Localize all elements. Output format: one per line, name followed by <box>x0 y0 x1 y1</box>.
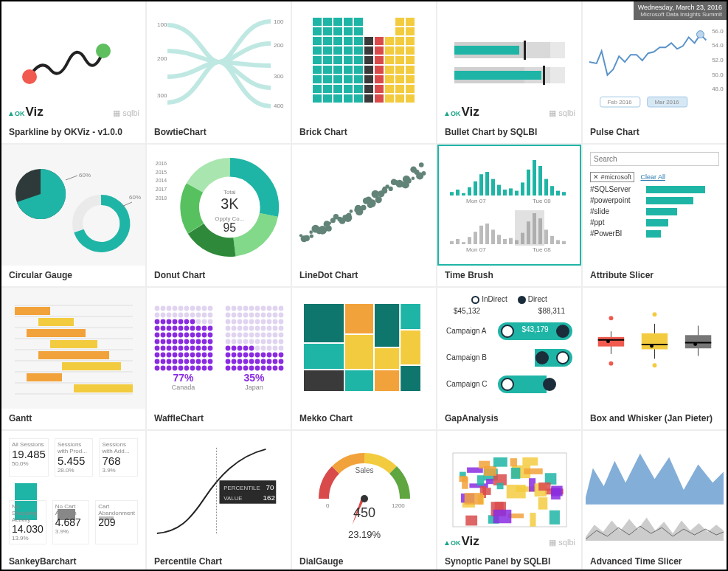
svg-rect-199 <box>556 191 560 195</box>
card-advtime[interactable]: Advanced Time Slicer <box>583 431 727 571</box>
sqlbi-logo: ▦ sqlbi <box>549 108 575 118</box>
svg-rect-219 <box>544 229 548 244</box>
svg-rect-34 <box>323 46 332 55</box>
svg-point-343 <box>225 306 230 311</box>
svg-point-156 <box>361 205 366 210</box>
svg-rect-190 <box>503 190 507 195</box>
svg-rect-28 <box>364 37 373 45</box>
svg-point-369 <box>260 319 266 325</box>
sqlbi-logo: ▦ sqlbi <box>113 108 139 118</box>
slicer-row[interactable]: #slide <box>590 207 719 215</box>
svg-point-263 <box>154 319 159 325</box>
slicer-row[interactable]: #powerpoint <box>590 196 719 204</box>
card-timebrush[interactable]: Mon 07 Tue 08 Mon 07 Tue 08 Time Brush <box>437 145 581 286</box>
svg-point-368 <box>254 319 260 325</box>
svg-point-304 <box>160 346 165 351</box>
svg-point-424 <box>231 359 236 364</box>
preview-sankeybar: All Sessions19.485 50.0% Sessions with P… <box>1 431 145 552</box>
svg-point-378 <box>254 326 260 331</box>
svg-point-174 <box>406 178 412 183</box>
card-box[interactable]: Box and Whisker (Jan Pieter) <box>583 288 727 429</box>
svg-point-413 <box>225 353 230 358</box>
card-brick[interactable]: Brick Chart <box>292 1 436 143</box>
svg-rect-48 <box>364 56 373 64</box>
svg-rect-181 <box>450 192 454 195</box>
card-title: Percentile Chart <box>147 552 291 571</box>
svg-point-179 <box>419 162 424 167</box>
card-dialgauge[interactable]: Sales 0 1200 450 23.19% DialGauge <box>292 431 436 571</box>
card-gap[interactable]: InDirect Direct $45,132$88,311 Campaign … <box>437 288 581 429</box>
svg-point-364 <box>231 319 236 325</box>
svg-rect-37 <box>354 46 363 55</box>
svg-rect-11 <box>333 18 342 26</box>
svg-rect-51 <box>395 56 404 64</box>
search-input[interactable] <box>590 152 719 166</box>
svg-rect-452 <box>401 304 420 329</box>
card-sankeybar[interactable]: All Sessions19.485 50.0% Sessions with P… <box>1 431 145 571</box>
card-gantt[interactable]: Gantt <box>1 288 145 429</box>
card-percentile[interactable]: PERCENTILE 70 VALUE 162 Percentile Chart <box>147 431 291 571</box>
kpi-box: No Cart Addition4.687 3.9% <box>52 500 89 544</box>
svg-rect-19 <box>344 27 353 35</box>
svg-point-402 <box>278 339 283 345</box>
svg-point-312 <box>207 346 212 351</box>
svg-point-341 <box>201 366 207 371</box>
svg-point-323 <box>154 359 159 364</box>
svg-point-381 <box>272 326 277 331</box>
svg-point-269 <box>190 319 195 325</box>
slicer-row[interactable]: #SQLServer <box>590 185 719 193</box>
card-title: LineDot Chart <box>292 266 436 286</box>
svg-text:400: 400 <box>274 103 284 109</box>
card-title: Advanced Time Slicer <box>583 552 727 571</box>
card-attrslicer[interactable]: ✕ #microsoft Clear All #SQLServer #power… <box>583 145 727 286</box>
svg-point-253 <box>154 313 159 318</box>
svg-point-144 <box>328 221 331 224</box>
card-sparkline[interactable]: ▲OKViz ▦ sqlbi Sparkline by OKViz - v1.0… <box>1 1 145 143</box>
svg-point-329 <box>190 359 195 364</box>
card-donut[interactable]: Total 3K Oppty Co... 95 2016201520142017… <box>147 145 291 286</box>
card-bowtie[interactable]: 100 200 300 100 200 300 400 BowtieChart <box>147 1 291 143</box>
svg-point-403 <box>225 346 230 351</box>
svg-rect-25 <box>333 37 342 45</box>
svg-point-365 <box>237 319 242 325</box>
svg-rect-67 <box>354 75 363 83</box>
card-bullet[interactable]: ▲OKViz ▦ sqlbi Bullet Chart by SQLBI <box>437 1 581 143</box>
svg-point-345 <box>237 306 242 311</box>
svg-point-465 <box>653 363 657 367</box>
card-mekko[interactable]: Mekko Chart <box>292 288 436 429</box>
card-synoptic[interactable]: ▲OKViz ▦ sqlbi Synoptic Panel by SQLBI <box>437 431 581 571</box>
svg-point-388 <box>254 333 260 338</box>
svg-point-300 <box>195 339 201 345</box>
card-linedot[interactable]: LineDot Chart <box>292 145 436 286</box>
card-pulse[interactable]: Wednesday, March 23, 2016 Microsoft Data… <box>583 1 727 143</box>
svg-rect-97 <box>524 41 526 60</box>
svg-point-347 <box>249 306 254 311</box>
slicer-row[interactable]: #PowerBI <box>590 229 719 238</box>
svg-point-375 <box>237 326 242 331</box>
card-circgauge[interactable]: 60% 60% Circular Gauge <box>1 145 145 286</box>
svg-point-432 <box>278 359 283 364</box>
svg-point-337 <box>178 366 183 371</box>
clear-all-link[interactable]: Clear All <box>640 173 665 181</box>
svg-text:200: 200 <box>157 55 167 62</box>
svg-point-426 <box>243 359 248 364</box>
filter-chip[interactable]: ✕ #microsoft <box>590 172 634 182</box>
svg-point-370 <box>266 319 271 325</box>
svg-point-277 <box>178 326 183 331</box>
svg-point-357 <box>249 313 254 318</box>
svg-point-363 <box>225 319 230 325</box>
svg-rect-20 <box>354 27 363 35</box>
svg-point-282 <box>207 326 212 331</box>
svg-rect-462 <box>642 333 668 350</box>
svg-rect-448 <box>345 370 373 391</box>
slicer-row[interactable]: #ppt <box>590 218 719 226</box>
svg-point-373 <box>225 326 230 331</box>
svg-point-330 <box>195 359 201 364</box>
svg-point-428 <box>254 359 260 364</box>
card-waffle[interactable]: 77% Canada 35% Japan WaffleChart <box>147 288 291 429</box>
svg-point-297 <box>178 339 183 345</box>
preview-percentile: PERCENTILE 70 VALUE 162 <box>147 431 291 552</box>
svg-rect-64 <box>323 75 332 83</box>
svg-rect-32 <box>406 37 415 45</box>
svg-rect-31 <box>395 37 404 45</box>
